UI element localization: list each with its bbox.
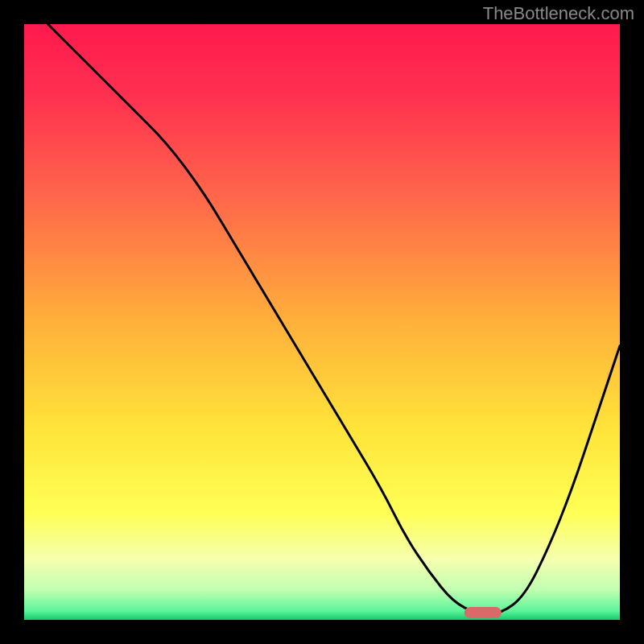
chart-background	[24, 24, 620, 620]
watermark-text: TheBottleneck.com	[483, 3, 634, 24]
optimal-marker	[464, 607, 502, 618]
chart-plot-area	[24, 24, 620, 620]
chart-svg	[24, 24, 620, 620]
